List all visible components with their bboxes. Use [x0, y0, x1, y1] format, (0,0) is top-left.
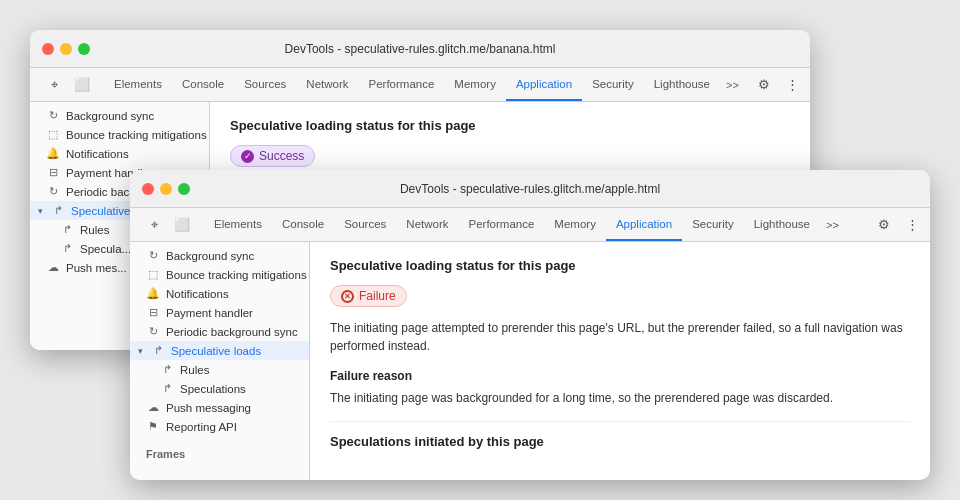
devtools-toolbar-back: ⌖ ⬜ Elements Console Sources Network Per…: [30, 68, 810, 102]
sidebar-item-background-sync-front[interactable]: ↻ Background sync: [130, 246, 309, 265]
device-icon[interactable]: ⬜: [70, 73, 94, 97]
sidebar-item-speculations-front[interactable]: ↱ Speculations: [130, 379, 309, 398]
titlebar-front: DevTools - speculative-rules.glitch.me/a…: [130, 170, 930, 208]
sidebar-item-reporting-front[interactable]: ⚑ Reporting API: [130, 417, 309, 436]
tab-performance-back[interactable]: Performance: [359, 68, 445, 101]
rules-icon: ↱: [60, 223, 74, 236]
sync-icon: ↻: [46, 109, 60, 122]
sidebar-item-speculative-front[interactable]: ▾ ↱ Speculative loads: [130, 341, 309, 360]
devtools-window-front: DevTools - speculative-rules.glitch.me/a…: [130, 170, 930, 480]
success-label: Success: [259, 149, 304, 163]
arrow-down-icon: ▾: [38, 206, 43, 216]
sidebar-item-bounce-back[interactable]: ⬚ Bounce tracking mitigations: [30, 125, 209, 144]
tab-sources-back[interactable]: Sources: [234, 68, 296, 101]
inspect-icon-front[interactable]: ⌖: [142, 213, 166, 237]
rules-icon-front: ↱: [160, 363, 174, 376]
maximize-button[interactable]: [78, 43, 90, 55]
tab-memory-front[interactable]: Memory: [544, 208, 606, 241]
failure-circle-icon: ✕: [341, 290, 354, 303]
notification-icon-front: 🔔: [146, 287, 160, 300]
tab-console-front[interactable]: Console: [272, 208, 334, 241]
panel-title-front: Speculative loading status for this page: [330, 258, 910, 273]
tab-application-front[interactable]: Application: [606, 208, 682, 241]
notification-icon: 🔔: [46, 147, 60, 160]
bounce-icon-front: ⬚: [146, 268, 160, 281]
tab-elements-front[interactable]: Elements: [204, 208, 272, 241]
devtools-body-front: ↻ Background sync ⬚ Bounce tracking miti…: [130, 242, 930, 480]
sidebar-item-push-front[interactable]: ☁ Push messaging: [130, 398, 309, 417]
toolbar-icons-front: ⌖ ⬜: [136, 208, 200, 241]
tab-performance-front[interactable]: Performance: [459, 208, 545, 241]
payment-icon: ⊟: [46, 166, 60, 179]
tab-elements-back[interactable]: Elements: [104, 68, 172, 101]
main-panel-front: Speculative loading status for this page…: [310, 242, 930, 480]
push-icon: ☁: [46, 261, 60, 274]
sync-icon-front: ↻: [146, 249, 160, 262]
failure-description: The initiating page attempted to prerend…: [330, 319, 910, 355]
tab-memory-back[interactable]: Memory: [444, 68, 506, 101]
sidebar-front: ↻ Background sync ⬚ Bounce tracking miti…: [130, 242, 310, 480]
settings-icon-back[interactable]: ⚙: [752, 73, 776, 97]
more-options-icon-back[interactable]: ⋮: [780, 73, 804, 97]
tab-lighthouse-back[interactable]: Lighthouse: [644, 68, 720, 101]
toolbar-icons-back: ⌖ ⬜: [36, 68, 100, 101]
tab-more-back[interactable]: >>: [720, 68, 745, 101]
speculations-icon: ↱: [60, 242, 74, 255]
success-circle-icon: ✓: [241, 150, 254, 163]
failure-reason-heading: Failure reason: [330, 369, 910, 383]
toolbar-right-back: ⚙ ⋮: [752, 68, 804, 101]
status-badge-failure: ✕ Failure: [330, 285, 407, 307]
speculative-icon: ↱: [51, 204, 65, 217]
tab-security-back[interactable]: Security: [582, 68, 644, 101]
periodic-icon-front: ↻: [146, 325, 160, 338]
tab-more-front[interactable]: >>: [820, 208, 845, 241]
window-title-back: DevTools - speculative-rules.glitch.me/b…: [285, 42, 556, 56]
sidebar-item-payment-front[interactable]: ⊟ Payment handler: [130, 303, 309, 322]
close-button-front[interactable]: [142, 183, 154, 195]
speculative-icon-front: ↱: [151, 344, 165, 357]
tab-lighthouse-front[interactable]: Lighthouse: [744, 208, 820, 241]
toolbar-right-front: ⚙ ⋮: [872, 208, 924, 241]
titlebar-back: DevTools - speculative-rules.glitch.me/b…: [30, 30, 810, 68]
tab-network-front[interactable]: Network: [396, 208, 458, 241]
tab-application-back[interactable]: Application: [506, 68, 582, 101]
traffic-lights-back: [42, 43, 90, 55]
periodic-icon: ↻: [46, 185, 60, 198]
traffic-lights-front: [142, 183, 190, 195]
sidebar-item-notifications-front[interactable]: 🔔 Notifications: [130, 284, 309, 303]
arrow-down-icon-front: ▾: [138, 346, 143, 356]
panel-title-back: Speculative loading status for this page: [230, 118, 790, 133]
close-button[interactable]: [42, 43, 54, 55]
tab-console-back[interactable]: Console: [172, 68, 234, 101]
tab-sources-front[interactable]: Sources: [334, 208, 396, 241]
tab-network-back[interactable]: Network: [296, 68, 358, 101]
settings-icon-front[interactable]: ⚙: [872, 213, 896, 237]
push-icon-front: ☁: [146, 401, 160, 414]
sidebar-item-rules-front[interactable]: ↱ Rules: [130, 360, 309, 379]
minimize-button[interactable]: [60, 43, 72, 55]
minimize-button-front[interactable]: [160, 183, 172, 195]
devtools-toolbar-front: ⌖ ⬜ Elements Console Sources Network Per…: [130, 208, 930, 242]
speculations-heading: Speculations initiated by this page: [330, 421, 910, 449]
sidebar-item-periodic-front[interactable]: ↻ Periodic background sync: [130, 322, 309, 341]
inspect-icon[interactable]: ⌖: [42, 73, 66, 97]
sidebar-item-notifications-back[interactable]: 🔔 Notifications: [30, 144, 209, 163]
reporting-icon-front: ⚑: [146, 420, 160, 433]
payment-icon-front: ⊟: [146, 306, 160, 319]
speculations-icon-front: ↱: [160, 382, 174, 395]
window-title-front: DevTools - speculative-rules.glitch.me/a…: [400, 182, 660, 196]
tab-security-front[interactable]: Security: [682, 208, 744, 241]
maximize-button-front[interactable]: [178, 183, 190, 195]
bounce-icon: ⬚: [46, 128, 60, 141]
device-icon-front[interactable]: ⬜: [170, 213, 194, 237]
sidebar-item-bounce-front[interactable]: ⬚ Bounce tracking mitigations: [130, 265, 309, 284]
failure-reason-text: The initiating page was backgrounded for…: [330, 389, 910, 407]
status-badge-success: ✓ Success: [230, 145, 315, 167]
failure-label: Failure: [359, 289, 396, 303]
sidebar-item-background-sync-back[interactable]: ↻ Background sync: [30, 106, 209, 125]
frames-section-label: Frames: [130, 444, 309, 464]
more-options-icon-front[interactable]: ⋮: [900, 213, 924, 237]
